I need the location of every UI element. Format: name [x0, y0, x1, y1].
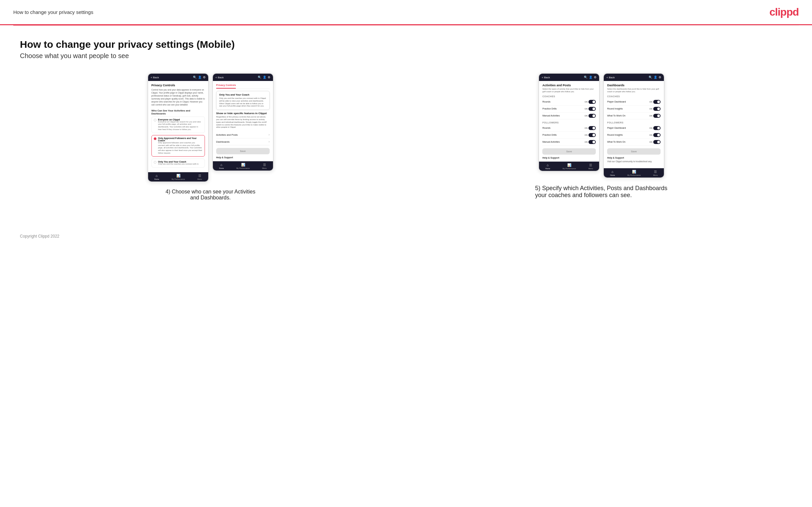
footer-perf-1[interactable]: 📊 My Performance: [172, 174, 185, 180]
rounds-coaches-label: Rounds: [542, 101, 550, 103]
search-icon-4[interactable]: 🔍: [649, 76, 652, 79]
footer-home-3[interactable]: ⌂ Home: [545, 163, 550, 170]
player-dash-coaches-label: Player Dashboard: [607, 101, 626, 103]
screen3-icons: 🔍 👤 ⚙: [584, 76, 597, 79]
toggle-switch-9[interactable]: [653, 114, 661, 118]
copyright: Copyright Clippd 2022: [0, 221, 812, 245]
dashboards-title: Dashboards: [607, 83, 661, 87]
group-left: < Back 🔍 👤 ⚙ Privacy Controls Control ho…: [20, 73, 401, 201]
manual-coaches-toggle[interactable]: ON: [585, 114, 596, 118]
footer-perf-3[interactable]: 📊 My Performance: [563, 163, 576, 170]
search-icon-3[interactable]: 🔍: [584, 76, 588, 79]
screen2-tab[interactable]: Privacy Controls: [216, 83, 236, 89]
settings-icon-4[interactable]: ⚙: [659, 76, 661, 79]
what-work-followers-toggle[interactable]: ON: [649, 140, 661, 144]
practice-followers-toggle[interactable]: ON: [585, 133, 596, 137]
toggle-switch-1[interactable]: [589, 100, 596, 104]
radio-only-you: [154, 161, 156, 164]
round-insights-followers-toggle[interactable]: ON: [649, 133, 661, 137]
footer-menu-3[interactable]: ☰ Menu: [589, 163, 593, 170]
option-approved[interactable]: Only Approved Followers and Your Coach O…: [151, 135, 205, 157]
screen2-back[interactable]: < Back: [215, 76, 224, 79]
rounds-followers-toggle[interactable]: ON: [585, 126, 596, 130]
person-icon-3[interactable]: 👤: [589, 76, 593, 79]
screen4-back[interactable]: < Back: [606, 76, 615, 79]
screen4-footer: ⌂ Home 📊 My Performance ☰ Menu: [604, 168, 664, 177]
search-icon[interactable]: 🔍: [193, 76, 197, 79]
practice-coaches-row: Practice Drills ON: [542, 106, 596, 112]
activities-desc: Select the types of activity that you'd …: [542, 88, 596, 93]
toggle-switch-4[interactable]: [589, 126, 596, 130]
followers-label-4: FOLLOWERS: [607, 121, 661, 124]
screen-1: < Back 🔍 👤 ⚙ Privacy Controls Control ho…: [147, 73, 209, 182]
toggle-switch-7[interactable]: [653, 100, 661, 104]
footer-home-4[interactable]: ⌂ Home: [610, 170, 615, 176]
main-content: How to change your privacy settings (Mob…: [0, 25, 812, 221]
chart-icon: 📊: [176, 174, 180, 177]
rounds-coaches-toggle[interactable]: ON: [585, 100, 596, 104]
only-you-bubble: Only You and Your Coach Only you and the…: [216, 91, 270, 110]
screen1-icons: 🔍 👤 ⚙: [193, 76, 206, 79]
option3-title: Only You and Your Coach: [158, 161, 199, 163]
settings-icon-2[interactable]: ⚙: [268, 76, 270, 79]
person-icon-2[interactable]: 👤: [263, 76, 266, 79]
option2-title: Only Approved Followers and Your Coach: [158, 137, 203, 142]
screenshots-row: < Back 🔍 👤 ⚙ Privacy Controls Control ho…: [20, 73, 792, 201]
player-dash-coaches-toggle[interactable]: ON: [649, 100, 661, 104]
toggle-switch-6[interactable]: [589, 140, 596, 144]
footer-home-label: Home: [154, 178, 159, 180]
footer-menu-4[interactable]: ☰ Menu: [653, 170, 658, 176]
activities-posts-row[interactable]: Activities and Posts ›: [216, 131, 270, 138]
on-text-5: ON: [585, 134, 588, 136]
manual-followers-toggle[interactable]: ON: [585, 140, 596, 144]
player-dash-followers-toggle[interactable]: ON: [649, 126, 661, 130]
save-btn-4[interactable]: Save: [607, 148, 661, 155]
followers-label-3: FOLLOWERS: [542, 121, 596, 124]
footer-home-2[interactable]: ⌂ Home: [219, 163, 224, 169]
toggle-switch-3[interactable]: [589, 114, 596, 118]
screen3-back[interactable]: < Back: [542, 76, 550, 79]
screen1-desc: Control how you and your data appears to…: [151, 88, 205, 107]
what-work-followers-row: What To Work On ON: [607, 139, 661, 146]
what-work-followers-label: What To Work On: [607, 141, 625, 143]
practice-coaches-toggle[interactable]: ON: [585, 107, 596, 111]
dashboards-row[interactable]: Dashboards ›: [216, 138, 270, 145]
toggle-switch-8[interactable]: [653, 107, 661, 111]
chevron-activities: ›: [269, 133, 270, 136]
who-label: Who Can See Your Activities and Dashboar…: [151, 109, 205, 115]
save-btn-2[interactable]: Save: [216, 148, 270, 154]
toggle-switch-10[interactable]: [653, 126, 661, 130]
screen2-body: Privacy Controls Only You and Your Coach…: [213, 81, 273, 161]
on-text-1: ON: [585, 101, 588, 103]
footer-perf-label: My Performance: [172, 178, 185, 180]
toggle-switch-12[interactable]: [653, 140, 661, 144]
footer-menu-label-3: Menu: [589, 168, 593, 170]
search-icon-2[interactable]: 🔍: [258, 76, 261, 79]
option1-title: Everyone on Clippd: [158, 118, 203, 121]
footer-home-1[interactable]: ⌂ Home: [154, 174, 159, 180]
person-icon[interactable]: 👤: [198, 76, 202, 79]
toggle-switch-11[interactable]: [653, 133, 661, 137]
settings-icon[interactable]: ⚙: [203, 76, 206, 79]
home-icon-2: ⌂: [220, 163, 222, 167]
footer-menu-1[interactable]: ☰ Menu: [197, 174, 202, 180]
person-icon-4[interactable]: 👤: [654, 76, 657, 79]
dashboards-label: Dashboards: [216, 140, 230, 143]
screen1-back[interactable]: < Back: [151, 76, 159, 79]
toggle-switch-2[interactable]: [589, 107, 596, 111]
footer-perf-4[interactable]: 📊 My Performance: [627, 170, 641, 176]
on-text-8: ON: [649, 108, 652, 110]
screen2-header: < Back 🔍 👤 ⚙: [213, 74, 273, 81]
settings-icon-3[interactable]: ⚙: [594, 76, 597, 79]
toggle-switch-5[interactable]: [589, 133, 596, 137]
footer-menu-2[interactable]: ☰ Menu: [262, 163, 267, 169]
option-only-you[interactable]: Only You and Your Coach Only you and the…: [151, 159, 205, 168]
footer-perf-2[interactable]: 📊 My Performance: [237, 163, 250, 169]
screen1-header: < Back 🔍 👤 ⚙: [148, 74, 208, 81]
save-btn-3[interactable]: Save: [542, 148, 596, 155]
player-dash-followers-row: Player Dashboard ON: [607, 125, 661, 132]
round-insights-coaches-toggle[interactable]: ON: [649, 107, 661, 111]
option-everyone[interactable]: Everyone on Clippd Everyone on Clippd ca…: [151, 116, 205, 133]
footer-menu-label: Menu: [197, 178, 202, 180]
what-work-coaches-toggle[interactable]: ON: [649, 114, 661, 118]
